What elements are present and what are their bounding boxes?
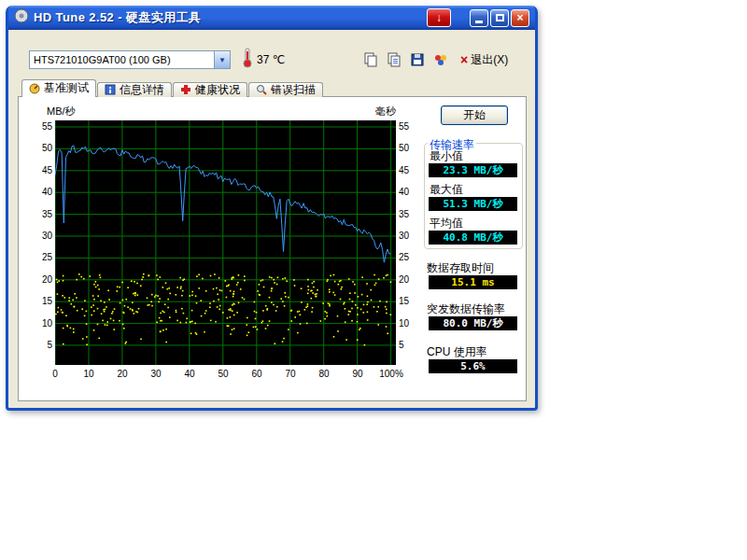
options-icon[interactable]	[431, 51, 450, 68]
x-tick-label: 20	[117, 369, 127, 379]
exit-x-icon: ×	[460, 53, 468, 66]
save-icon[interactable]	[408, 51, 427, 68]
y-tick-label: 5	[28, 340, 52, 350]
hdtune-window: HD Tune 2.52 - 硬盘实用工具 ↓ × HTS721010G9AT0…	[6, 6, 538, 411]
close-icon: ×	[516, 12, 523, 23]
titlebar[interactable]: HD Tune 2.52 - 硬盘实用工具 ↓ ×	[8, 6, 535, 30]
min-value-box: 23.3 MB/秒	[429, 163, 517, 177]
capture-button[interactable]: ↓	[427, 8, 451, 27]
drive-select[interactable]: HTS721010G9AT00 (100 GB) ▼	[29, 50, 231, 69]
copy-file-icon[interactable]	[385, 51, 403, 68]
avg-value-box: 40.8 MB/秒	[429, 231, 517, 245]
y-tick-label: 55	[28, 121, 52, 132]
drive-select-dropdown-button[interactable]: ▼	[214, 51, 230, 68]
y-tick-label: 10	[399, 318, 423, 329]
y-tick-label: 30	[399, 231, 423, 241]
x-tick-label: 90	[352, 369, 362, 379]
x-tick-label: 100%	[379, 369, 403, 379]
x-axis: 0102030405060708090100%	[55, 369, 396, 382]
tab-label: 健康状况	[195, 82, 240, 98]
tab-strip: 基准测试信息详情健康状况错误扫描	[21, 79, 324, 97]
left-axis-label: MB/秒	[47, 105, 76, 119]
maximize-button[interactable]	[490, 9, 509, 27]
y-tick-label: 15	[399, 296, 423, 306]
x-tick-label: 40	[184, 369, 194, 379]
y-tick-label: 45	[399, 165, 423, 175]
x-tick-label: 80	[318, 369, 329, 379]
copy-screenshot-icon[interactable]	[361, 51, 380, 68]
y-tick-label: 50	[28, 143, 52, 153]
tab-health[interactable]: 健康状况	[173, 82, 247, 97]
y-tick-label: 25	[399, 252, 423, 262]
toolbar-icons	[361, 51, 450, 68]
x-tick-label: 30	[150, 369, 161, 379]
y-tick-label: 50	[399, 143, 423, 153]
cpu-usage-value-box: 5.6%	[429, 359, 517, 373]
x-tick-label: 50	[218, 369, 228, 379]
info-icon	[105, 84, 116, 95]
y-tick-label: 5	[399, 340, 423, 350]
x-tick-label: 70	[285, 369, 295, 379]
tab-label: 错误扫描	[271, 82, 316, 98]
down-arrow-icon: ↓	[436, 12, 442, 23]
y-axis-left: 510152025303540455055	[28, 120, 52, 365]
y-tick-label: 20	[28, 274, 52, 285]
avg-label: 平均值	[430, 216, 463, 231]
y-axis-right: 510152025303540455055	[399, 120, 423, 365]
x-tick-label: 60	[251, 369, 261, 379]
minimize-button[interactable]	[470, 9, 488, 27]
y-tick-label: 45	[28, 165, 52, 175]
start-button[interactable]: 开始	[441, 105, 508, 125]
chevron-down-icon: ▼	[218, 56, 226, 64]
right-axis-label: 毫秒	[375, 105, 396, 119]
close-button[interactable]: ×	[511, 9, 529, 27]
thermometer-icon	[242, 48, 253, 72]
tab-label: 信息详情	[120, 82, 164, 98]
x-tick-label: 0	[52, 369, 58, 379]
min-label: 最小值	[430, 148, 463, 164]
maximize-icon	[496, 14, 504, 21]
cpu-usage-label: CPU 使用率	[427, 344, 487, 360]
y-tick-label: 40	[28, 187, 52, 197]
window-title: HD Tune 2.52 - 硬盘实用工具	[34, 9, 427, 26]
max-value-box: 51.3 MB/秒	[429, 197, 517, 211]
app-icon	[14, 8, 29, 27]
drive-select-value: HTS721010G9AT00 (100 GB)	[30, 51, 214, 68]
x-tick-label: 10	[83, 369, 93, 379]
tab-benchmark[interactable]: 基准测试	[21, 79, 96, 97]
y-tick-label: 25	[28, 252, 52, 262]
titlebar-buttons: ↓ ×	[427, 8, 529, 27]
y-tick-label: 40	[399, 187, 423, 197]
y-tick-label: 55	[399, 121, 423, 132]
benchmark-panel: MB/秒 毫秒 510152025303540455055 5101520253…	[18, 96, 527, 401]
y-tick-label: 20	[399, 274, 423, 285]
y-tick-label: 35	[399, 209, 423, 219]
y-tick-label: 15	[28, 296, 52, 306]
access-time-value-box: 15.1 ms	[429, 275, 517, 289]
benchmark-icon	[29, 83, 40, 94]
y-tick-label: 35	[28, 209, 52, 219]
max-label: 最大值	[430, 182, 463, 198]
minimize-icon	[475, 21, 483, 23]
benchmark-chart	[55, 120, 396, 365]
y-tick-label: 10	[28, 318, 52, 329]
y-tick-label: 30	[28, 231, 52, 241]
burst-rate-label: 突发数据传输率	[427, 301, 505, 317]
temperature-value: 37 ℃	[257, 53, 285, 66]
tab-error-scan[interactable]: 错误扫描	[248, 82, 323, 97]
tab-label: 基准测试	[44, 80, 89, 96]
scan-icon	[256, 84, 267, 95]
benchmark-plot	[55, 120, 396, 365]
tab-info[interactable]: 信息详情	[97, 82, 172, 97]
exit-button[interactable]: × 退出(X)	[460, 50, 508, 69]
access-time-label: 数据存取时间	[427, 260, 494, 276]
exit-label: 退出(X)	[471, 52, 508, 68]
burst-rate-value-box: 80.0 MB/秒	[429, 316, 517, 330]
health-icon	[180, 84, 191, 95]
